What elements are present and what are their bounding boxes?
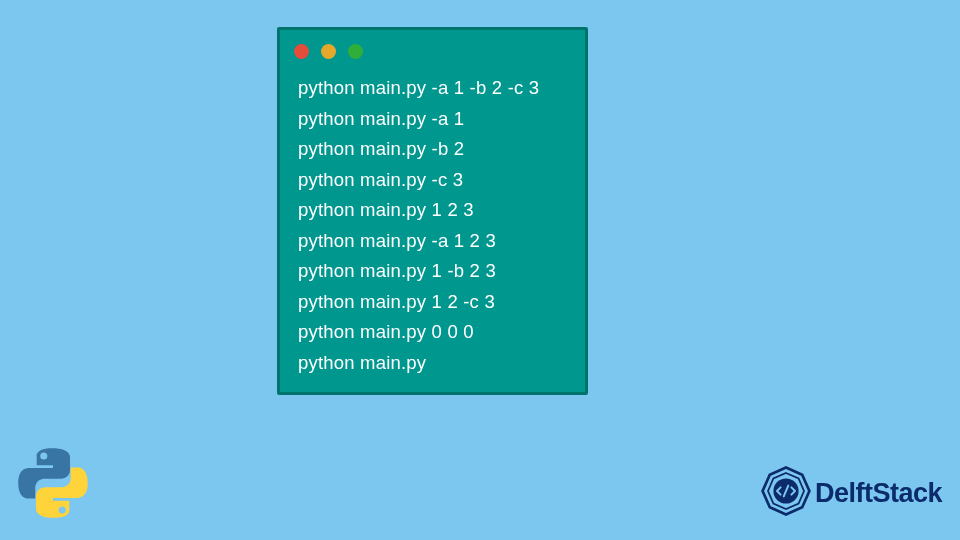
terminal-line: python main.py -a 1 bbox=[298, 104, 567, 135]
minimize-icon bbox=[321, 44, 336, 59]
terminal-line: python main.py -b 2 bbox=[298, 134, 567, 165]
terminal-line: python main.py 1 2 3 bbox=[298, 195, 567, 226]
maximize-icon bbox=[348, 44, 363, 59]
delftstack-brand: DelftStack bbox=[759, 464, 942, 522]
delftstack-logo-icon bbox=[759, 464, 813, 522]
terminal-line: python main.py 1 2 -c 3 bbox=[298, 287, 567, 318]
window-controls bbox=[280, 30, 585, 69]
terminal-line: python main.py 1 -b 2 3 bbox=[298, 256, 567, 287]
close-icon bbox=[294, 44, 309, 59]
delftstack-label: DelftStack bbox=[815, 478, 942, 509]
terminal-line: python main.py -a 1 -b 2 -c 3 bbox=[298, 73, 567, 104]
svg-point-1 bbox=[59, 506, 66, 513]
terminal-line: python main.py bbox=[298, 348, 567, 379]
terminal-line: python main.py -a 1 2 3 bbox=[298, 226, 567, 257]
python-logo-icon bbox=[14, 444, 92, 526]
terminal-window: python main.py -a 1 -b 2 -c 3 python mai… bbox=[277, 27, 588, 395]
terminal-line: python main.py 0 0 0 bbox=[298, 317, 567, 348]
terminal-content: python main.py -a 1 -b 2 -c 3 python mai… bbox=[280, 69, 585, 378]
svg-point-0 bbox=[40, 453, 47, 460]
terminal-line: python main.py -c 3 bbox=[298, 165, 567, 196]
